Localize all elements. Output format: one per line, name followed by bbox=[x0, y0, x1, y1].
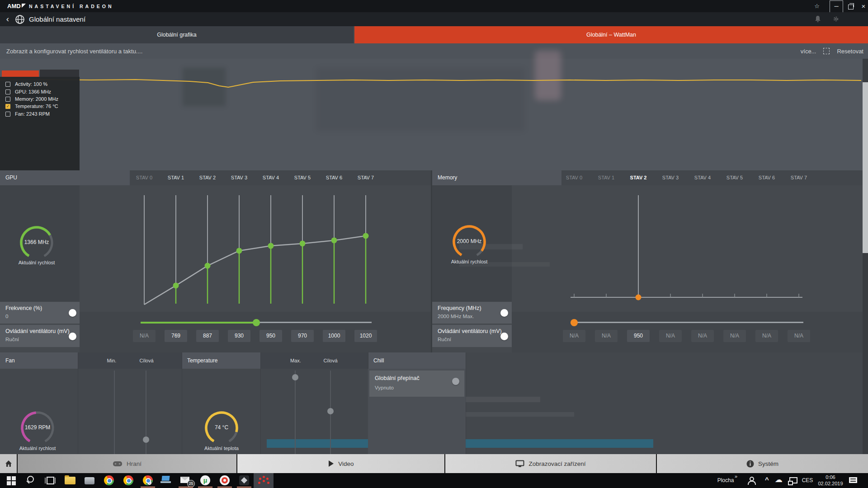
gpu-state-value-1[interactable]: 769 bbox=[165, 330, 187, 342]
checkbox-icon[interactable] bbox=[5, 82, 10, 87]
running-app-underline bbox=[217, 487, 232, 488]
clock[interactable]: 0:06 02.02.2019 bbox=[816, 474, 844, 487]
hidden-icons-chevron[interactable]: ^ bbox=[765, 476, 769, 483]
gpu-frequency-toggle[interactable] bbox=[69, 309, 76, 317]
computer-app-icon[interactable] bbox=[159, 474, 174, 487]
nav-item-video[interactable]: Video bbox=[237, 454, 444, 473]
memory-frequency-toggle[interactable] bbox=[500, 309, 508, 317]
radeon-settings-icon[interactable] bbox=[256, 474, 271, 487]
mail-icon[interactable]: 25 bbox=[179, 474, 193, 487]
gpu-state-value-5[interactable]: 970 bbox=[291, 330, 314, 342]
gpu-fan-voltage-control[interactable]: Ovládání ventilátoru (mV) Ruční bbox=[0, 325, 80, 347]
memory-state-value-0[interactable]: N/A bbox=[563, 330, 585, 342]
legend-item-gpu[interactable]: GPU: 1366 MHz bbox=[0, 89, 80, 96]
legend-item-temperature[interactable]: ✓Temperature: 76 °C bbox=[0, 103, 80, 110]
memory-fan-voltage-control[interactable]: Ovládání ventilátoru (mV) Ruční bbox=[432, 325, 512, 347]
search-icon[interactable] bbox=[24, 474, 38, 487]
reset-icon bbox=[823, 48, 830, 54]
gpu-stav-2: STAV 2 bbox=[194, 170, 221, 185]
scrollbar-thumb[interactable] bbox=[863, 82, 868, 253]
clock-time: 0:06 bbox=[816, 474, 844, 480]
utorrent-icon[interactable]: µ bbox=[200, 475, 210, 485]
minimize-button[interactable]: ─ bbox=[830, 0, 843, 13]
memory-fan-voltage-toggle[interactable] bbox=[500, 333, 508, 340]
fan-slider-handle[interactable] bbox=[327, 408, 334, 414]
action-center-icon[interactable] bbox=[848, 477, 858, 485]
memory-stav-5: STAV 5 bbox=[721, 170, 748, 185]
onedrive-cloud-icon[interactable]: ☁ bbox=[775, 475, 783, 484]
gpu-stav-3: STAV 3 bbox=[226, 170, 253, 185]
amd-arrow-icon bbox=[22, 4, 26, 8]
more-link[interactable]: více... bbox=[801, 48, 816, 55]
legend-item-fan[interactable]: Fan: 2243 RPM bbox=[0, 111, 80, 118]
nav-item-gaming[interactable]: Hraní bbox=[18, 454, 236, 473]
checkbox-icon[interactable] bbox=[5, 97, 10, 102]
memory-state-value-2[interactable]: 950 bbox=[627, 330, 650, 342]
memory-state-value-3[interactable]: N/A bbox=[659, 330, 682, 342]
control-value: 0 bbox=[5, 314, 8, 319]
slider-knob[interactable] bbox=[253, 319, 260, 326]
gpu-fan-voltage-toggle[interactable] bbox=[69, 333, 76, 340]
memory-state-value-5[interactable]: N/A bbox=[723, 330, 746, 342]
favorite-star-icon[interactable]: ☆ bbox=[811, 0, 823, 12]
back-button[interactable]: ‹ bbox=[2, 12, 14, 26]
slider-knob[interactable] bbox=[571, 319, 578, 326]
control-label: Frequency (MHz) bbox=[438, 305, 481, 311]
nav-item-system[interactable]: Systém bbox=[657, 454, 868, 473]
nav-item-label: Video bbox=[338, 460, 354, 467]
memory-frequency-control[interactable]: Frequency (MHz) 2000 MHz Max. bbox=[432, 302, 512, 324]
legend-item-memory[interactable]: Memory: 2000 MHz bbox=[0, 96, 80, 103]
nav-item-display[interactable]: Zobrazovací zařízení bbox=[445, 454, 656, 473]
chrome-football-icon[interactable] bbox=[143, 475, 153, 485]
gpu-state-value-0[interactable]: N/A bbox=[133, 330, 156, 342]
tab-global-wattman[interactable]: Globální – WattMan bbox=[354, 26, 868, 43]
legend-item-activity[interactable]: Activity: 100 % bbox=[0, 81, 80, 88]
fan-slider-handle[interactable] bbox=[292, 374, 298, 380]
fan-slider-handle[interactable] bbox=[143, 436, 149, 443]
chrome-icon[interactable] bbox=[104, 475, 114, 485]
chill-switch-row[interactable]: Globální přepínač Vypnuto bbox=[369, 371, 464, 397]
gpu-states-chart[interactable] bbox=[79, 185, 432, 307]
gpu-state-value-7[interactable]: 1020 bbox=[354, 330, 377, 342]
gpu-state-value-3[interactable]: 930 bbox=[228, 330, 250, 342]
network-tray-icon[interactable] bbox=[788, 477, 797, 485]
memory-state-value-7[interactable]: N/A bbox=[788, 330, 810, 342]
checkbox-icon[interactable] bbox=[5, 89, 10, 94]
nav-item-label: Systém bbox=[758, 460, 778, 467]
gpu-frequency-control[interactable]: Frekvence (%) 0 bbox=[0, 302, 80, 324]
start-button-icon[interactable] bbox=[5, 474, 19, 487]
home-button[interactable] bbox=[0, 454, 17, 473]
memory-state-value-6[interactable]: N/A bbox=[755, 330, 778, 342]
fan-slider-track[interactable] bbox=[295, 371, 296, 454]
toolbar-chevrons-icon[interactable]: » bbox=[735, 474, 737, 479]
chill-global-toggle[interactable] bbox=[452, 378, 459, 385]
opera-icon[interactable] bbox=[220, 475, 230, 485]
legend-label: GPU: 1366 MHz bbox=[15, 89, 51, 94]
memory-state-value-4[interactable]: N/A bbox=[691, 330, 714, 342]
memory-states-chart[interactable] bbox=[511, 185, 868, 307]
game-app-icon[interactable] bbox=[85, 477, 94, 484]
memory-state-value-1[interactable]: N/A bbox=[595, 330, 618, 342]
control-value: 2000 MHz Max. bbox=[438, 314, 474, 319]
chrome-icon[interactable] bbox=[123, 475, 133, 485]
reset-button[interactable]: Resetovat bbox=[837, 48, 863, 55]
fan-section-title: Fan bbox=[5, 352, 15, 369]
gpu-state-value-4[interactable]: 950 bbox=[259, 330, 282, 342]
fan-rpm-value: 1629 RPM bbox=[17, 424, 58, 431]
settings-gear-icon[interactable] bbox=[832, 15, 840, 23]
language-indicator[interactable]: CES bbox=[799, 473, 816, 488]
gpu-state-value-2[interactable]: 887 bbox=[196, 330, 219, 342]
gpu-state-value-6[interactable]: 1000 bbox=[323, 330, 345, 342]
checkbox-icon[interactable] bbox=[5, 112, 10, 117]
tab-global-graphics[interactable]: Globální grafika bbox=[0, 26, 354, 43]
file-explorer-icon[interactable] bbox=[65, 477, 75, 484]
task-view-icon[interactable] bbox=[43, 474, 58, 487]
fan-slider-track[interactable] bbox=[114, 371, 115, 454]
world-of-tanks-icon[interactable] bbox=[239, 475, 249, 485]
mini-tab-inactive bbox=[40, 70, 79, 77]
people-tray-icon[interactable] bbox=[747, 477, 756, 485]
notification-bell-icon[interactable] bbox=[814, 15, 822, 23]
checkbox-checked-icon[interactable]: ✓ bbox=[5, 104, 10, 109]
close-button[interactable]: × bbox=[857, 0, 868, 12]
restore-button[interactable] bbox=[844, 0, 857, 12]
